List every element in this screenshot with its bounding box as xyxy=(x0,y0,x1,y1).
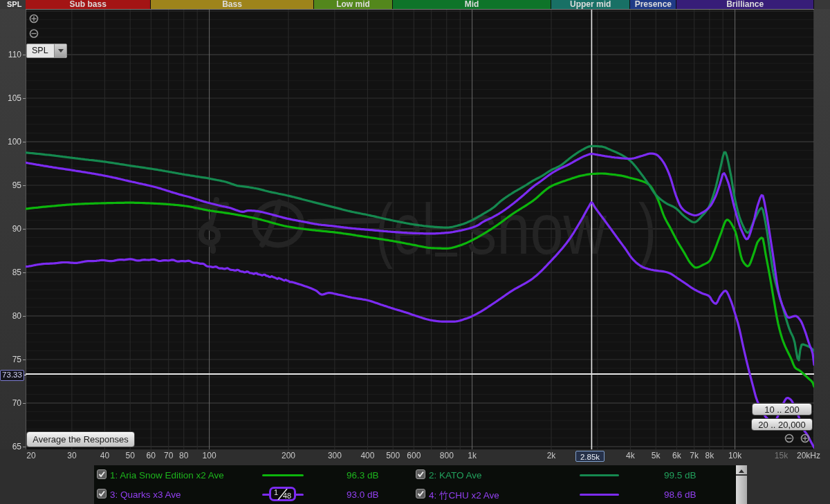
svg-text:(el: (el xyxy=(376,188,434,269)
svg-text:snow: snow xyxy=(467,189,607,269)
svg-text:): ) xyxy=(638,189,656,269)
